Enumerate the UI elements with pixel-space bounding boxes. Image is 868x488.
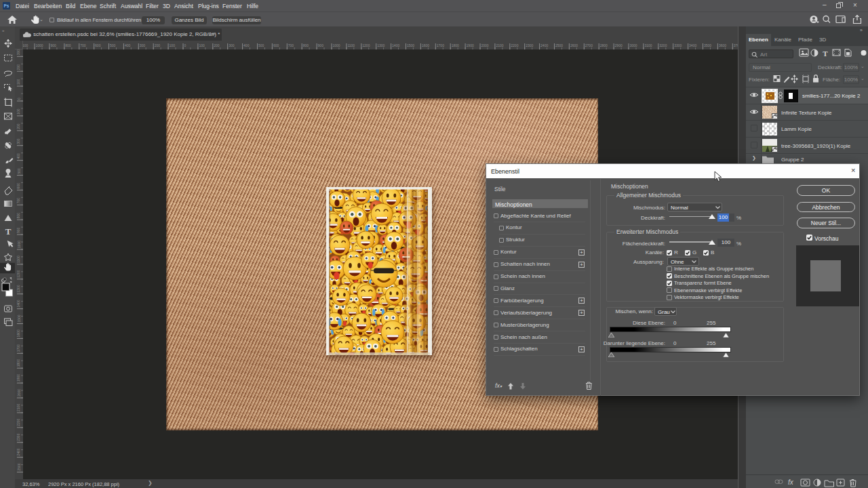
- svg-text:800: 800: [17, 213, 21, 219]
- svg-text:1900: 1900: [17, 374, 21, 382]
- svg-text:1800: 1800: [17, 359, 21, 367]
- svg-text:200: 200: [17, 64, 21, 70]
- svg-text:400: 400: [243, 43, 250, 47]
- svg-text:fx: fx: [788, 479, 794, 486]
- svg-text:400: 400: [125, 43, 131, 47]
- svg-text:3100: 3100: [644, 43, 652, 47]
- svg-text:900: 900: [50, 43, 56, 47]
- svg-text:1900: 1900: [467, 43, 474, 47]
- svg-text:2000: 2000: [17, 389, 21, 396]
- svg-text:1400: 1400: [392, 43, 399, 47]
- svg-text:700: 700: [288, 43, 294, 47]
- svg-text:300: 300: [17, 138, 21, 144]
- svg-text:1600: 1600: [17, 329, 21, 337]
- svg-text:3200: 3200: [659, 43, 667, 47]
- svg-text:500: 500: [258, 43, 264, 47]
- svg-text:1300: 1300: [17, 285, 21, 292]
- svg-text:700: 700: [17, 198, 21, 204]
- svg-text:700: 700: [80, 43, 86, 47]
- svg-text:3300: 3300: [674, 43, 682, 47]
- svg-text:2100: 2100: [17, 404, 21, 411]
- svg-text:600: 600: [17, 183, 21, 189]
- svg-text:2900: 2900: [615, 43, 623, 47]
- svg-text:1100: 1100: [347, 43, 355, 47]
- svg-text:1500: 1500: [407, 43, 414, 47]
- svg-text:200: 200: [17, 123, 21, 129]
- svg-text:2500: 2500: [555, 43, 563, 47]
- svg-text:1000: 1000: [36, 43, 43, 47]
- svg-text:1100: 1100: [17, 256, 21, 263]
- svg-text:3000: 3000: [630, 43, 637, 47]
- svg-text:2400: 2400: [540, 43, 548, 47]
- svg-text:1700: 1700: [17, 344, 21, 352]
- svg-text:2100: 2100: [496, 43, 503, 47]
- svg-text:100: 100: [17, 79, 21, 85]
- svg-text:900: 900: [17, 228, 21, 234]
- svg-text:T: T: [5, 226, 12, 237]
- svg-text:3400: 3400: [689, 43, 696, 47]
- svg-text:1000: 1000: [17, 241, 21, 248]
- svg-text:100: 100: [170, 43, 176, 47]
- svg-text:T: T: [823, 49, 828, 58]
- svg-text:1400: 1400: [17, 300, 21, 307]
- svg-text:2500: 2500: [17, 463, 21, 470]
- svg-text:500: 500: [110, 43, 116, 47]
- svg-text:2400: 2400: [17, 448, 21, 455]
- svg-text:600: 600: [95, 43, 101, 47]
- svg-text:0: 0: [184, 43, 186, 47]
- svg-text:2300: 2300: [17, 433, 21, 441]
- svg-text:2300: 2300: [526, 43, 533, 47]
- svg-text:300: 300: [17, 49, 21, 55]
- svg-text:3500: 3500: [704, 43, 711, 47]
- svg-text:2800: 2800: [600, 43, 608, 47]
- svg-text:1300: 1300: [377, 43, 384, 47]
- svg-text:300: 300: [140, 43, 146, 47]
- svg-text:500: 500: [17, 168, 21, 174]
- svg-text:100: 100: [17, 108, 21, 115]
- svg-text:900: 900: [318, 43, 324, 47]
- svg-text:0: 0: [17, 98, 21, 100]
- svg-text:2700: 2700: [585, 43, 593, 47]
- svg-text:400: 400: [17, 153, 21, 159]
- svg-text:1000: 1000: [333, 43, 340, 47]
- svg-text:2200: 2200: [511, 43, 518, 47]
- svg-text:1700: 1700: [437, 43, 444, 47]
- svg-text:2200: 2200: [17, 418, 21, 426]
- svg-text:1200: 1200: [17, 270, 21, 277]
- svg-text:2000: 2000: [481, 43, 489, 47]
- svg-text:2600: 2600: [570, 43, 578, 47]
- svg-text:300: 300: [229, 43, 235, 47]
- svg-text:200: 200: [214, 43, 220, 47]
- svg-text:600: 600: [273, 43, 279, 47]
- svg-text:3600: 3600: [719, 43, 726, 47]
- svg-text:1600: 1600: [422, 43, 429, 47]
- svg-text:100: 100: [199, 43, 205, 47]
- svg-text:1200: 1200: [362, 43, 370, 47]
- svg-text:800: 800: [65, 43, 71, 47]
- svg-text:800: 800: [303, 43, 309, 47]
- svg-text:200: 200: [155, 43, 161, 47]
- svg-text:1800: 1800: [452, 43, 459, 47]
- svg-text:1500: 1500: [17, 314, 21, 322]
